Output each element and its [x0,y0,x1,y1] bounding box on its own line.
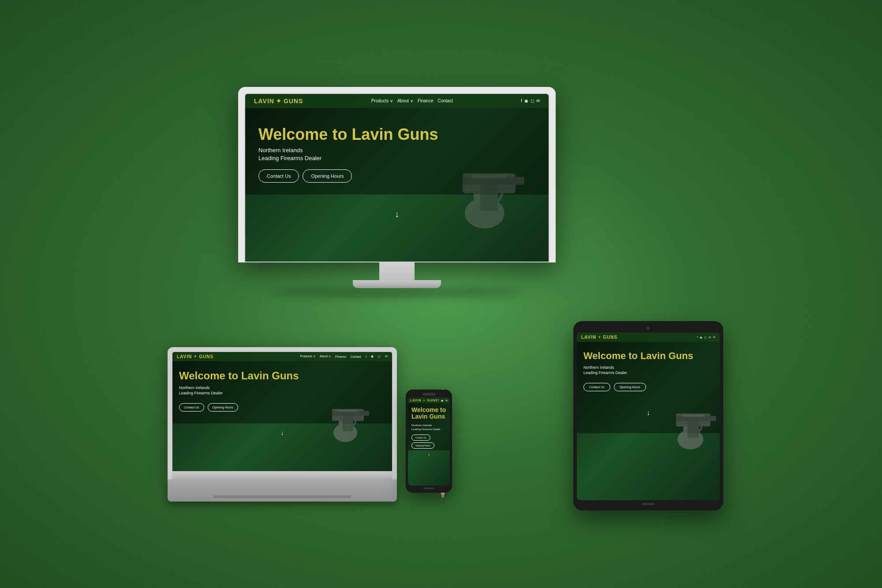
phone-logo-guns: GUNS [427,399,437,402]
facebook-icon[interactable]: f [521,98,522,103]
phone-em-icon[interactable]: ✉ [445,399,448,402]
tablet-hero-content: Welcome to Lavin Guns Northern Irelands … [577,342,720,409]
monitor-scroll-arrow[interactable]: ↓ [245,209,549,226]
laptop-base [172,472,392,479]
laptop-contact-button[interactable]: Contact Us [179,403,204,412]
laptop-nav-about[interactable]: About ∨ [320,355,331,358]
monitor-hero-title: Welcome to Lavin Guns [258,126,535,143]
laptop-nav-bar: LAVIN ✦ GUNS Products ∨ About ∨ Finance … [172,352,392,361]
tablet-nav-icons: f ◉ ◻ ✉ ≡ [697,335,715,339]
phone-home-indicator [423,487,434,489]
phone-fb-icon[interactable]: f [438,399,439,401]
laptop-em-icon[interactable]: ✉ [385,355,388,358]
laptop-ig-icon[interactable]: ◻ [378,355,381,358]
tablet-hero-subtitle: Northern Irelands Leading Firearms Deale… [583,365,713,376]
phone-hero-title: Welcome to Lavin Guns [411,407,446,420]
monitor-hero-buttons: Contact Us Opening Hours [258,169,535,183]
phone-nav-bar: LAVIN ✦ GUNS f ◉ ✉ [408,397,450,403]
monitor-body: LAVIN ✦ GUNS Products ∨ About ∨ Finance … [238,87,556,262]
tablet-nav-logo: LAVIN ✦ GUNS [581,335,617,340]
laptop-screen-wrap: LAVIN ✦ GUNS Products ∨ About ∨ Finance … [172,352,392,472]
phone-contact-button[interactable]: Contact Us [411,434,430,441]
tablet-body: LAVIN ✦ GUNS f ◉ ◻ ✉ ≡ Welcom [573,321,723,510]
tablet-logo-lavin: LAVIN [581,335,596,340]
monitor-hero-subtitle: Northern Irelands Leading Firearms Deale… [258,146,535,162]
monitor-shadow [270,288,524,297]
monitor-nav-links: Products ∨ About ∨ Finance Contact [371,98,453,103]
monitor-foot [353,280,441,288]
phone-nav-icons: f ◉ ✉ [438,399,448,402]
monitor-nav-finance[interactable]: Finance [418,98,434,103]
monitor-stand [238,262,556,288]
monitor-contact-button[interactable]: Contact Us [258,169,299,183]
phone-nav-logo: LAVIN ✦ GUNS [410,399,438,402]
tablet-hero-buttons: Contact Us Opening Hours [583,383,713,391]
svg-rect-17 [688,420,699,438]
tablet-msg-icon[interactable]: ◉ [700,336,702,339]
messenger-icon[interactable]: ◉ [524,98,528,103]
tablet-contact-button[interactable]: Contact Us [583,383,610,391]
laptop-logo-lavin: LAVIN [177,354,192,359]
tablet-menu-icon[interactable]: ≡ [713,335,715,339]
tablet-logo-guns: GUNS [603,335,617,340]
monitor-nav-about[interactable]: About ∨ [397,98,413,103]
tablet-scroll-arrow[interactable]: ↓ [577,409,720,422]
tablet-home-indicator [642,503,655,505]
laptop-hero-buttons: Contact Us Opening Hours [179,403,385,412]
phone-device: LAVIN ✦ GUNS f ◉ ✉ Welcome to Lavin Guns [406,390,452,493]
monitor-hero-content: Welcome to Lavin Guns Northern Irelands … [245,108,549,210]
laptop-msg-icon[interactable]: ◉ [371,355,374,358]
tablet-hero-title: Welcome to Lavin Guns [583,351,713,361]
laptop-hero-title: Welcome to Lavin Guns [179,370,385,382]
phone-logo-lavin: LAVIN [410,399,421,402]
tablet-nav-bar: LAVIN ✦ GUNS f ◉ ◻ ✉ ≡ [577,333,720,342]
tablet-website-screen: LAVIN ✦ GUNS f ◉ ◻ ✉ ≡ Welcom [577,333,720,500]
tablet-screen-wrap: LAVIN ✦ GUNS f ◉ ◻ ✉ ≡ Welcom [577,333,720,500]
laptop-logo-guns: GUNS [199,354,213,359]
tablet-hours-button[interactable]: Opening Hours [614,383,646,391]
monitor-nav-contact[interactable]: Contact [437,98,452,103]
tablet-device: LAVIN ✦ GUNS f ◉ ◻ ✉ ≡ Welcom [573,321,723,510]
laptop-nav-finance[interactable]: Finance [335,355,346,358]
monitor-nav-products[interactable]: Products ∨ [371,98,393,103]
phone-scroll-arrow[interactable]: ↓ [408,452,450,461]
laptop-device: LAVIN ✦ GUNS Products ∨ About ∨ Finance … [168,347,397,502]
tablet-em-icon[interactable]: ✉ [709,336,711,339]
laptop-screen-part: LAVIN ✦ GUNS Products ∨ About ∨ Finance … [168,347,397,479]
monitor-website-screen: LAVIN ✦ GUNS Products ∨ About ∨ Finance … [245,94,549,262]
phone-screen-wrap: LAVIN ✦ GUNS f ◉ ✉ Welcome to Lavin Guns [408,397,450,486]
phone-notch [422,393,436,396]
laptop-scroll-arrow[interactable]: ↓ [172,429,392,441]
monitor-nav-logo: LAVIN ✦ GUNS [254,97,303,105]
email-icon[interactable]: ✉ [536,98,540,103]
laptop-hero-content: Welcome to Lavin Guns Northern Irelands … [172,361,392,430]
laptop-logo-sep: ✦ [194,354,197,359]
monitor-logo-separator: ✦ [276,97,282,105]
monitor-logo-lavin: LAVIN [254,97,274,105]
tablet-camera [647,326,650,330]
tablet-logo-sep: ✦ [598,335,601,339]
laptop-hours-button[interactable]: Opening Hours [208,403,238,412]
monitor-hours-button[interactable]: Opening Hours [303,169,352,183]
laptop-keyboard [168,479,397,502]
monitor-nav-bar: LAVIN ✦ GUNS Products ∨ About ∨ Finance … [245,94,549,108]
monitor-logo-guns: GUNS [284,97,303,105]
phone-msg-icon[interactable]: ◉ [441,399,443,402]
tablet-fb-icon[interactable]: f [697,336,698,338]
laptop-nav-links: Products ∨ About ∨ Finance Contact f ◉ ◻… [300,355,388,358]
laptop-fb-icon[interactable]: f [366,355,366,358]
monitor-neck [379,262,415,280]
tablet-ig-icon[interactable]: ◻ [704,336,706,339]
laptop-nav-logo: LAVIN ✦ GUNS [177,354,213,359]
laptop-website-screen: LAVIN ✦ GUNS Products ∨ About ∨ Finance … [172,352,392,471]
phone-hours-button[interactable]: Opening Hours [411,442,434,449]
monitor-device: LAVIN ✦ GUNS Products ∨ About ∨ Finance … [238,87,556,297]
laptop-nav-contact[interactable]: Contact [351,355,361,358]
laptop-hero-subtitle: Northern Irelands Leading Firearms Deale… [179,385,385,396]
phone-logo-sep: ✦ [423,399,425,402]
scene: LAVIN ✦ GUNS Products ∨ About ∨ Finance … [132,52,750,537]
phone-body: LAVIN ✦ GUNS f ◉ ✉ Welcome to Lavin Guns [406,390,452,493]
instagram-icon[interactable]: ◻ [531,98,534,103]
laptop-nav-products[interactable]: Products ∨ [300,355,315,358]
monitor-nav-icons: f ◉ ◻ ✉ [521,98,540,103]
